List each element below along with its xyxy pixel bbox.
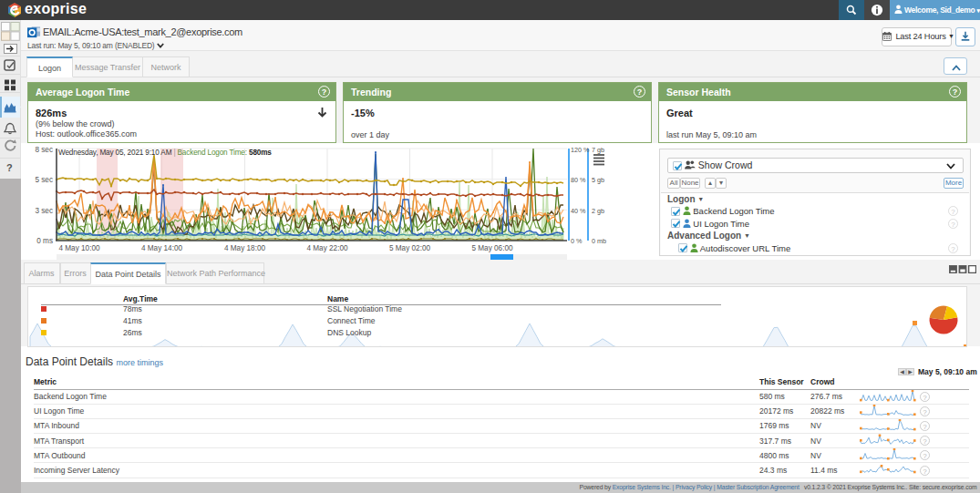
svg-text:0 %: 0 % xyxy=(571,237,583,245)
svg-text:5 gb: 5 gb xyxy=(592,176,604,184)
svg-text:0 ms: 0 ms xyxy=(36,237,53,245)
svg-text:3 sec: 3 sec xyxy=(35,207,53,215)
svg-text:2 gb: 2 gb xyxy=(592,207,604,215)
svg-text:0 mb: 0 mb xyxy=(592,237,606,245)
svg-text:120 %: 120 % xyxy=(571,146,590,154)
svg-text:41ms: 41ms xyxy=(123,316,142,325)
svg-text:4 May 18:00: 4 May 18:00 xyxy=(224,244,266,252)
svg-text:5 May 02:00: 5 May 02:00 xyxy=(389,244,431,252)
svg-text:SSL Negotiation Time: SSL Negotiation Time xyxy=(327,304,402,313)
svg-text:8 sec: 8 sec xyxy=(35,146,53,154)
svg-text:80 %: 80 % xyxy=(571,176,586,184)
svg-text:Avg.Time: Avg.Time xyxy=(123,294,158,303)
svg-text:7 gb: 7 gb xyxy=(592,146,604,154)
svg-text:40 %: 40 % xyxy=(571,207,586,215)
svg-text:4 May 14:00: 4 May 14:00 xyxy=(141,244,183,252)
svg-text:Connect Time: Connect Time xyxy=(327,316,376,325)
svg-text:5 sec: 5 sec xyxy=(35,176,53,184)
svg-text:26ms: 26ms xyxy=(123,328,142,337)
svg-text:78ms: 78ms xyxy=(123,304,142,313)
svg-text:4 May 22:00: 4 May 22:00 xyxy=(306,244,348,252)
svg-text:4 May 10:00: 4 May 10:00 xyxy=(58,244,100,252)
svg-text:DNS Lookup: DNS Lookup xyxy=(327,328,371,337)
svg-text:Wednesday, May 05, 2021 9:10 A: Wednesday, May 05, 2021 9:10 AM | Backen… xyxy=(58,149,272,157)
svg-text:Name: Name xyxy=(327,294,348,303)
svg-text:5 May 06:00: 5 May 06:00 xyxy=(471,244,513,252)
